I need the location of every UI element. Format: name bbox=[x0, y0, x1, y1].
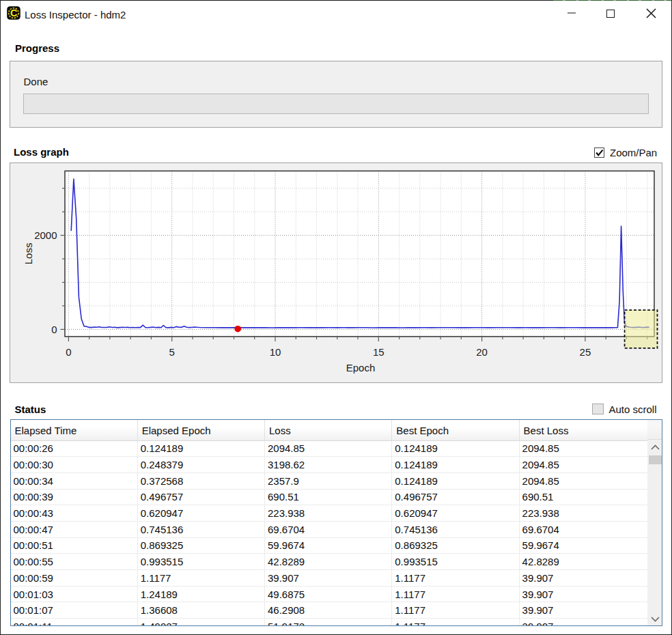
svg-text:25: 25 bbox=[580, 346, 591, 358]
svg-text:Epoch: Epoch bbox=[346, 362, 376, 373]
svg-text:C: C bbox=[10, 8, 18, 18]
svg-text:0: 0 bbox=[51, 323, 57, 335]
svg-text:5: 5 bbox=[169, 346, 175, 358]
svg-text:15: 15 bbox=[373, 346, 384, 358]
svg-text:10: 10 bbox=[270, 346, 281, 358]
svg-text:Loss: Loss bbox=[23, 242, 35, 264]
svg-text:20: 20 bbox=[476, 346, 488, 358]
svg-text:0: 0 bbox=[66, 346, 71, 358]
svg-text:2000: 2000 bbox=[34, 229, 57, 240]
